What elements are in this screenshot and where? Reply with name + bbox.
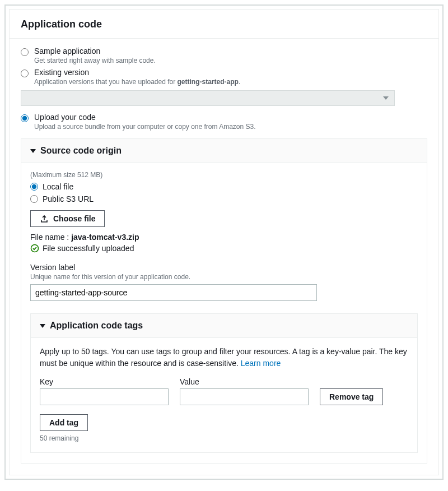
radio-upload[interactable] (21, 114, 29, 122)
version-label-desc: Unique name for this version of your app… (30, 273, 418, 281)
radio-sample[interactable] (21, 48, 29, 56)
option-existing-desc: Application versions that you have uploa… (34, 78, 240, 86)
existing-desc-bold: getting-started-app (178, 78, 239, 86)
upload-success-text: File successfully uploaded (43, 244, 134, 253)
tag-key-col: Key (40, 377, 169, 405)
existing-desc-prefix: Application versions that you have uploa… (34, 78, 178, 86)
origin-local[interactable]: Local file (30, 182, 418, 191)
choose-file-button[interactable]: Choose file (30, 210, 105, 227)
caret-down-icon (30, 149, 36, 153)
option-sample[interactable]: Sample application Get started right awa… (21, 47, 427, 64)
option-existing[interactable]: Existing version Application versions th… (21, 68, 427, 86)
upload-icon (40, 214, 49, 223)
tags-title: Application code tags (50, 321, 143, 331)
radio-existing[interactable] (21, 70, 29, 77)
source-origin-panel: Source code origin (Maximum size 512 MB)… (21, 138, 427, 464)
tag-value-col: Value (180, 377, 309, 405)
option-existing-label: Existing version (34, 68, 240, 77)
tag-key-input[interactable] (40, 388, 169, 405)
panel-body: Sample application Get started right awa… (10, 39, 438, 475)
origin-local-label: Local file (43, 182, 73, 191)
option-upload-desc: Upload a source bundle from your compute… (34, 123, 256, 131)
check-circle-icon (30, 244, 39, 253)
tag-row: Key Value Remove tag (40, 377, 408, 405)
tags-remaining: 50 remaining (40, 434, 408, 442)
remove-tag-button[interactable]: Remove tag (320, 388, 383, 405)
choose-file-label: Choose file (53, 214, 95, 223)
upload-success: File successfully uploaded (30, 244, 418, 253)
tag-value-label: Value (180, 377, 309, 386)
source-origin-title: Source code origin (40, 146, 122, 156)
tags-description: Apply up to 50 tags. You can use tags to… (40, 346, 408, 369)
option-sample-desc: Get started right away with sample code. (34, 57, 156, 64)
tags-header[interactable]: Application code tags (31, 314, 417, 338)
application-code-panel: Application code Sample application Get … (9, 9, 439, 475)
max-size-hint: (Maximum size 512 MB) (30, 171, 418, 179)
tags-panel: Application code tags Apply up to 50 tag… (30, 313, 418, 453)
option-upload-label: Upload your code (34, 113, 256, 122)
version-label-label: Version label (30, 263, 418, 272)
file-name-line: File name : java-tomcat-v3.zip (30, 233, 418, 242)
existing-version-dropdown[interactable] (21, 90, 395, 106)
existing-desc-suffix: . (239, 78, 240, 86)
chevron-down-icon (383, 96, 389, 100)
learn-more-link[interactable]: Learn more (241, 359, 281, 368)
option-sample-label: Sample application (34, 47, 156, 55)
radio-public-s3[interactable] (30, 195, 38, 203)
tags-desc-text: Apply up to 50 tags. You can use tags to… (40, 347, 407, 368)
file-name-label: File name : (30, 233, 69, 242)
origin-s3[interactable]: Public S3 URL (30, 194, 418, 203)
source-origin-header[interactable]: Source code origin (21, 139, 427, 163)
section-title: Application code (21, 18, 427, 30)
file-name-value: java-tomcat-v3.zip (71, 233, 139, 242)
tag-key-label: Key (40, 377, 169, 386)
version-label-input[interactable] (30, 284, 317, 301)
source-origin-body: (Maximum size 512 MB) Local file Public … (21, 163, 427, 463)
tag-value-input[interactable] (180, 388, 309, 405)
add-tag-button[interactable]: Add tag (40, 414, 88, 431)
option-upload[interactable]: Upload your code Upload a source bundle … (21, 113, 427, 131)
panel-header: Application code (10, 10, 438, 39)
radio-local-file[interactable] (30, 183, 38, 191)
caret-down-icon (40, 324, 45, 328)
tags-body: Apply up to 50 tags. You can use tags to… (31, 338, 417, 452)
origin-s3-label: Public S3 URL (43, 194, 94, 203)
